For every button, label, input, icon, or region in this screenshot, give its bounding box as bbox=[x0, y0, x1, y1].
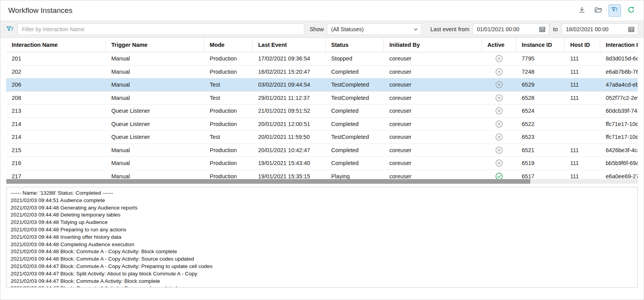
download-button[interactable] bbox=[576, 4, 588, 17]
calendar-icon[interactable] bbox=[628, 26, 635, 33]
cell: coreuser bbox=[384, 78, 482, 91]
to-label: to bbox=[553, 26, 558, 32]
cell: 201 bbox=[6, 52, 106, 65]
table-row[interactable]: 213Queue ListenerProduction21/01/2021 09… bbox=[6, 105, 638, 118]
column-header-mode[interactable]: Mode bbox=[204, 38, 253, 52]
cell: coreuser bbox=[384, 157, 482, 170]
cell: Manual bbox=[106, 78, 204, 91]
open-folder-button[interactable] bbox=[592, 4, 605, 17]
column-header-last-event[interactable]: Last Event bbox=[253, 38, 326, 52]
cell: 214 bbox=[6, 118, 106, 131]
log-line: 2021/02/03 09:44:47 Block: Split Activit… bbox=[11, 270, 633, 278]
inactive-cross-icon bbox=[495, 120, 503, 128]
cell: ffc71e17-10d bbox=[600, 131, 638, 144]
table-row[interactable]: 215ManualProduction20/01/2021 10:42:47Co… bbox=[6, 144, 638, 157]
last-event-from-label: Last event from bbox=[430, 26, 469, 32]
cell: 6529 bbox=[516, 78, 565, 91]
filter-toggle-button[interactable] bbox=[608, 4, 621, 17]
cell: 7248 bbox=[516, 66, 565, 78]
table-row[interactable]: 214Queue ListenerProduction20/01/2021 12… bbox=[6, 118, 638, 131]
date-to-value: 18/02/2021 00:00 bbox=[566, 26, 608, 32]
cell bbox=[565, 118, 600, 131]
inactive-cross-icon bbox=[495, 94, 503, 102]
refresh-button[interactable] bbox=[625, 4, 637, 17]
cell: 213 bbox=[6, 105, 106, 117]
cell: Test bbox=[204, 131, 253, 144]
calendar-icon[interactable] bbox=[539, 26, 546, 33]
cell: Test bbox=[204, 92, 253, 105]
instances-table: Interaction NameTrigger NameModeLast Eve… bbox=[6, 38, 638, 183]
cell: coreuser bbox=[384, 52, 482, 65]
table-row[interactable]: 202ManualProduction16/02/2021 15:20:47Co… bbox=[6, 66, 638, 79]
cell: 111 bbox=[565, 52, 600, 65]
column-header-interaction-name[interactable]: Interaction Name bbox=[6, 38, 106, 52]
active-status-cell bbox=[482, 144, 516, 157]
log-line: 2021/02/03 09:44:47 Block: Commute A - C… bbox=[11, 263, 633, 270]
cell: Manual bbox=[106, 144, 204, 157]
column-header-initiated-by[interactable]: Initiated By bbox=[384, 38, 482, 52]
cell: 6522 bbox=[516, 118, 565, 131]
cell: Manual bbox=[106, 157, 204, 170]
column-header-active[interactable]: Active bbox=[482, 38, 516, 52]
cell: 6519 bbox=[516, 157, 565, 170]
column-header-trigger-name[interactable]: Trigger Name bbox=[106, 38, 204, 52]
cell: Manual bbox=[106, 92, 204, 105]
cell: ffc71e17-10d bbox=[600, 118, 638, 131]
cell: coreuser bbox=[384, 118, 482, 131]
active-status-cell bbox=[482, 157, 516, 170]
cell: coreuser bbox=[384, 144, 482, 157]
cell: 47a8a4cd-eb bbox=[600, 78, 638, 91]
cell: coreuser bbox=[384, 131, 482, 144]
cell: Queue Listener bbox=[106, 131, 204, 144]
horizontal-scrollbar-thumb[interactable] bbox=[6, 179, 530, 184]
open-folder-icon bbox=[594, 5, 603, 16]
filter-icon bbox=[611, 6, 619, 15]
app-header: Workflow Instances bbox=[0, 0, 644, 21]
cell: 111 bbox=[565, 66, 600, 78]
cell: Completed bbox=[326, 66, 384, 78]
active-status-cell bbox=[482, 78, 516, 91]
horizontal-scrollbar[interactable] bbox=[6, 179, 638, 184]
cell: TestCompleted bbox=[326, 92, 384, 105]
cell: Production bbox=[204, 66, 253, 78]
column-header-interaction-id[interactable]: Interaction ID bbox=[600, 38, 638, 52]
table-row[interactable]: 206ManualTest03/02/2021 09:44:54TestComp… bbox=[6, 78, 638, 92]
instances-table-viewport: Interaction NameTrigger NameModeLast Eve… bbox=[6, 38, 638, 184]
cell: Production bbox=[204, 118, 253, 131]
cell: 29/01/2021 11:12:37 bbox=[253, 92, 326, 105]
table-row[interactable]: 208ManualTest29/01/2021 11:12:37TestComp… bbox=[6, 92, 638, 105]
filter-bar: Show (All Statuses) Last event from 01/0… bbox=[0, 21, 644, 38]
cell: coreuser bbox=[384, 66, 482, 78]
cell: 6426be3f-4ca bbox=[600, 144, 638, 157]
interaction-name-filter-input[interactable] bbox=[18, 23, 304, 35]
page-title: Workflow Instances bbox=[8, 6, 72, 15]
active-status-cell bbox=[482, 52, 516, 65]
table-body: 201ManualProduction17/02/2021 09:36:54St… bbox=[6, 52, 638, 183]
cell: 111 bbox=[565, 78, 600, 91]
active-status-cell bbox=[482, 118, 516, 131]
inactive-cross-icon bbox=[495, 55, 503, 62]
cell: Test bbox=[204, 78, 253, 91]
log-line: 2021/02/03 09:44:48 Tidying up Audience bbox=[11, 219, 633, 226]
cell: 20/01/2021 12:00:51 bbox=[253, 118, 326, 131]
column-header-status[interactable]: Status bbox=[326, 38, 384, 52]
table-row[interactable]: 214Queue ListenerTest20/01/2021 11:59:50… bbox=[6, 131, 638, 144]
table-row[interactable]: 216ManualProduction19/01/2021 15:43:40Co… bbox=[6, 157, 638, 170]
active-status-cell bbox=[482, 131, 516, 144]
log-line: ------ Name: '13288' Status: Completed -… bbox=[11, 190, 633, 197]
cell: 208 bbox=[6, 92, 106, 105]
table-row[interactable]: 201ManualProduction17/02/2021 09:36:54St… bbox=[6, 52, 638, 66]
status-dropdown[interactable]: (All Statuses) bbox=[327, 23, 422, 35]
log-panel: ------ Name: '13288' Status: Completed -… bbox=[6, 187, 638, 288]
cell: Completed bbox=[326, 105, 384, 117]
chevron-down-icon bbox=[413, 27, 418, 32]
cell: Production bbox=[204, 52, 253, 65]
log-line: 2021/02/03 09:44:48 Completing Audience … bbox=[11, 241, 633, 249]
date-to-input[interactable]: 18/02/2021 00:00 bbox=[562, 23, 638, 35]
column-header-host-id[interactable]: Host ID bbox=[565, 38, 600, 52]
show-label: Show bbox=[310, 26, 324, 32]
column-header-instance-id[interactable]: Instance ID bbox=[516, 38, 565, 52]
date-from-input[interactable]: 01/01/2021 00:00 bbox=[473, 23, 549, 35]
log-line: 2021/02/03 09:44:48 Block: Commute A - C… bbox=[11, 248, 633, 256]
cell: 17/02/2021 09:36:54 bbox=[253, 52, 326, 65]
